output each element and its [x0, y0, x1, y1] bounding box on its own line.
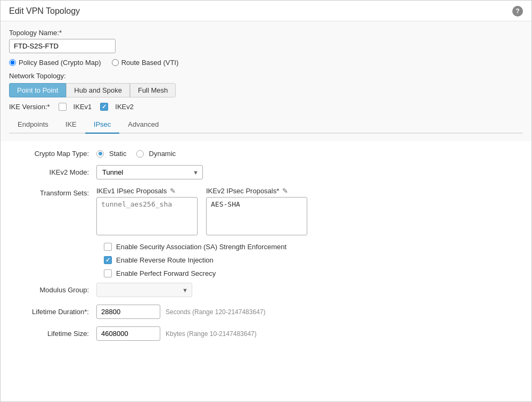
tab-ike[interactable]: IKE	[57, 116, 85, 134]
ikev2-proposals-input[interactable]: AES-SHA	[206, 197, 307, 235]
modulus-group-label: Modulus Group:	[11, 286, 96, 294]
hub-and-spoke-button[interactable]: Hub and Spoke	[66, 83, 130, 97]
ikev2-checkbox[interactable]	[100, 103, 108, 111]
route-based-radio[interactable]	[112, 59, 119, 66]
ikev1-proposals-col: IKEv1 IPsec Proposals ✎	[96, 187, 198, 235]
reverse-route-injection-row: Enable Reverse Route Injection	[104, 256, 521, 264]
tab-ipsec[interactable]: IPsec	[85, 116, 120, 134]
ike-version-label: IKE Version:*	[9, 103, 50, 111]
perfect-forward-secrecy-row: Enable Perfect Forward Secrecy	[104, 269, 521, 277]
policy-based-label: Policy Based (Crypto Map)	[19, 59, 101, 67]
route-based-label: Route Based (VTI)	[121, 59, 179, 67]
reverse-route-checkbox[interactable]	[104, 256, 112, 264]
point-to-point-button[interactable]: Point to Point	[9, 83, 66, 97]
static-radio[interactable]	[96, 150, 104, 158]
ikev1-proposals-header: IKEv1 IPsec Proposals ✎	[96, 187, 198, 195]
tab-advanced[interactable]: Advanced	[119, 116, 167, 134]
perfect-forward-checkbox[interactable]	[104, 269, 112, 277]
dynamic-radio[interactable]	[136, 150, 144, 158]
ikev1-proposals-input[interactable]	[96, 197, 198, 235]
modulus-group-select[interactable]	[96, 283, 192, 297]
sa-strength-label: Enable Security Association (SA) Strengt…	[116, 243, 287, 251]
full-mesh-button[interactable]: Full Mesh	[130, 83, 176, 97]
lifetime-duration-row: Lifetime Duration*: Seconds (Range 120-2…	[11, 305, 521, 319]
ikev2-edit-icon[interactable]: ✎	[282, 187, 288, 195]
vpn-type-row: Policy Based (Crypto Map) Route Based (V…	[9, 59, 523, 67]
policy-based-radio[interactable]	[9, 59, 16, 66]
route-based-radio-label[interactable]: Route Based (VTI)	[112, 59, 179, 67]
lifetime-duration-input[interactable]	[96, 305, 160, 319]
crypto-map-type-radios: Static Dynamic	[96, 150, 176, 158]
tab-endpoints[interactable]: Endpoints	[9, 116, 57, 134]
ikev2-proposals-col: IKEv2 IPsec Proposals* ✎ AES-SHA	[206, 187, 307, 235]
transform-sets-row: Transform Sets: IKEv1 IPsec Proposals ✎ …	[11, 187, 521, 235]
crypto-map-type-row: Crypto Map Type: Static Dynamic	[11, 150, 521, 158]
lifetime-size-hint: Kbytes (Range 10-2147483647)	[166, 330, 257, 338]
ikev2-mode-select[interactable]: Tunnel Transport	[96, 165, 203, 179]
ikev2-mode-row: IKEv2 Mode: Tunnel Transport ▼	[11, 165, 521, 179]
sa-strength-checkbox[interactable]	[104, 243, 112, 251]
reverse-route-label: Enable Reverse Route Injection	[116, 256, 214, 264]
network-topology-label: Network Topology:	[9, 72, 523, 80]
ikev2-proposals-header: IKEv2 IPsec Proposals* ✎	[206, 187, 307, 195]
lifetime-size-label: Lifetime Size:	[11, 330, 96, 338]
transform-sets-label: Transform Sets:	[11, 187, 96, 197]
page-title: Edit VPN Topology	[9, 6, 80, 16]
dynamic-radio-label[interactable]: Dynamic	[136, 150, 176, 158]
topology-name-input[interactable]	[9, 39, 116, 53]
dynamic-label: Dynamic	[149, 150, 176, 158]
topology-buttons: Point to Point Hub and Spoke Full Mesh	[9, 83, 523, 97]
ikev1-proposals-label: IKEv1 IPsec Proposals	[96, 187, 167, 195]
lifetime-duration-label: Lifetime Duration*:	[11, 308, 96, 316]
tabs-row: Endpoints IKE IPsec Advanced	[9, 116, 523, 134]
lifetime-duration-hint: Seconds (Range 120-2147483647)	[166, 308, 265, 316]
ikev2-proposals-label: IKEv2 IPsec Proposals*	[206, 187, 279, 195]
topology-name-label: Topology Name:*	[9, 29, 523, 37]
ikev2-mode-select-wrapper: Tunnel Transport ▼	[96, 165, 203, 179]
ikev2-mode-label: IKEv2 Mode:	[11, 168, 96, 176]
ikev2-label: IKEv2	[115, 103, 134, 111]
help-icon[interactable]: ?	[512, 6, 523, 17]
modulus-group-row: Modulus Group: ▼	[11, 283, 521, 297]
ikev1-label: IKEv1	[73, 103, 92, 111]
lifetime-size-input[interactable]	[96, 326, 160, 341]
perfect-forward-label: Enable Perfect Forward Secrecy	[116, 269, 216, 277]
ikev1-edit-icon[interactable]: ✎	[170, 187, 176, 195]
sa-strength-enforcement-row: Enable Security Association (SA) Strengt…	[104, 243, 521, 251]
ikev2-checkbox-label[interactable]: IKEv2	[100, 103, 134, 111]
transform-cols: IKEv1 IPsec Proposals ✎ IKEv2 IPsec Prop…	[96, 187, 307, 235]
static-radio-label[interactable]: Static	[96, 150, 127, 158]
crypto-map-type-label: Crypto Map Type:	[11, 150, 96, 158]
ikev1-checkbox[interactable]	[59, 103, 67, 111]
modulus-group-select-wrapper: ▼	[96, 283, 192, 297]
ikev1-checkbox-label[interactable]: IKEv1	[59, 103, 92, 111]
policy-based-radio-label[interactable]: Policy Based (Crypto Map)	[9, 59, 101, 67]
static-label: Static	[109, 150, 127, 158]
lifetime-size-row: Lifetime Size: Kbytes (Range 10-21474836…	[11, 326, 521, 341]
